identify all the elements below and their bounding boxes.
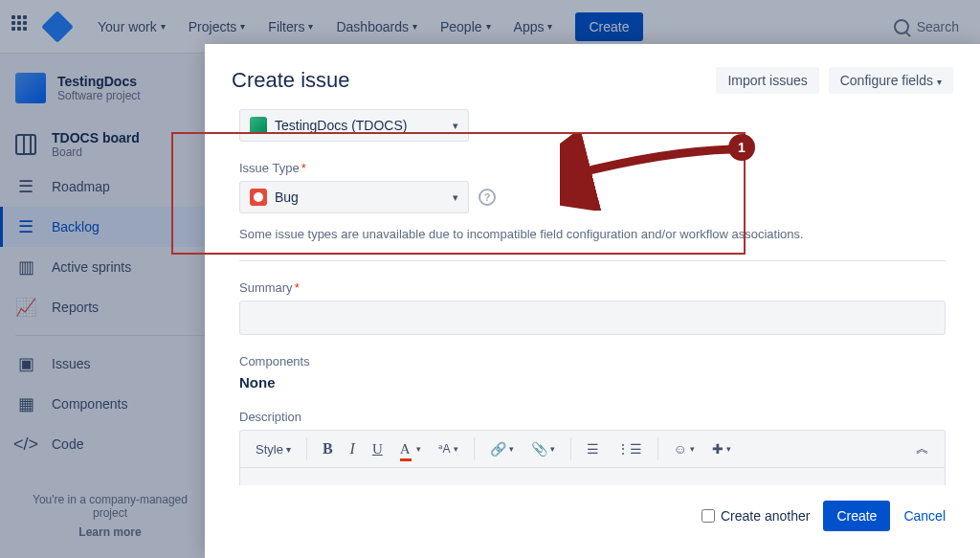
italic-button[interactable]: I [343,435,363,463]
issue-type-helper: Some issue types are unavailable due to … [239,227,946,241]
issue-type-select[interactable]: Bug ▾ [239,181,469,213]
modal-footer: Create another Create Cancel [205,485,980,558]
configure-fields-button[interactable]: Configure fields▾ [829,67,953,94]
create-submit-button[interactable]: Create [823,501,890,531]
summary-label: Summary* [239,280,946,295]
chevron-down-icon: ▾ [937,77,942,87]
create-another-checkbox[interactable]: Create another [702,508,810,524]
bullet-list-button[interactable]: ☰ [579,435,607,462]
underline-button[interactable]: U [365,435,390,463]
modal-title: Create issue [232,68,350,93]
create-another-input[interactable] [702,509,715,523]
issue-type-label: Issue Type* [239,161,946,175]
project-select[interactable]: TestingDocs (TDOCS) ▾ [239,109,469,142]
chevron-down-icon: ▾ [453,120,458,132]
components-value[interactable]: None [239,374,946,391]
style-dropdown[interactable]: Style▾ [248,436,299,462]
section-divider [239,260,946,261]
collapse-toolbar-button[interactable]: ︽ [908,435,937,463]
summary-input[interactable] [239,301,946,335]
help-icon[interactable]: ? [479,189,496,206]
import-issues-button[interactable]: Import issues [716,67,818,94]
emoji-button[interactable]: ☺▾ [666,435,702,462]
text-color-button[interactable]: A▾ [392,435,429,463]
chevron-down-icon: ▾ [453,191,458,204]
clear-format-button[interactable]: ᵃA▾ [431,436,466,461]
bold-button[interactable]: B [315,435,341,463]
modal-header: Create issue Import issues Configure fie… [205,44,980,109]
description-label: Description [239,410,946,424]
create-issue-modal: Create issue Import issues Configure fie… [205,44,980,558]
modal-body[interactable]: TestingDocs (TDOCS) ▾ Issue Type* Bug ▾ … [205,109,980,489]
bug-icon [250,189,267,206]
editor-toolbar: Style▾ B I U A▾ ᵃA▾ 🔗▾ 📎▾ ☰ ⋮☰ ☺▾ ✚▾ ︽ [239,430,946,468]
components-label: Components [239,354,946,368]
attachment-button[interactable]: 📎▾ [523,435,563,462]
number-list-button[interactable]: ⋮☰ [609,435,650,462]
link-button[interactable]: 🔗▾ [482,435,522,462]
more-button[interactable]: ✚▾ [704,435,739,462]
project-icon [250,117,267,134]
cancel-link[interactable]: Cancel [903,508,946,524]
